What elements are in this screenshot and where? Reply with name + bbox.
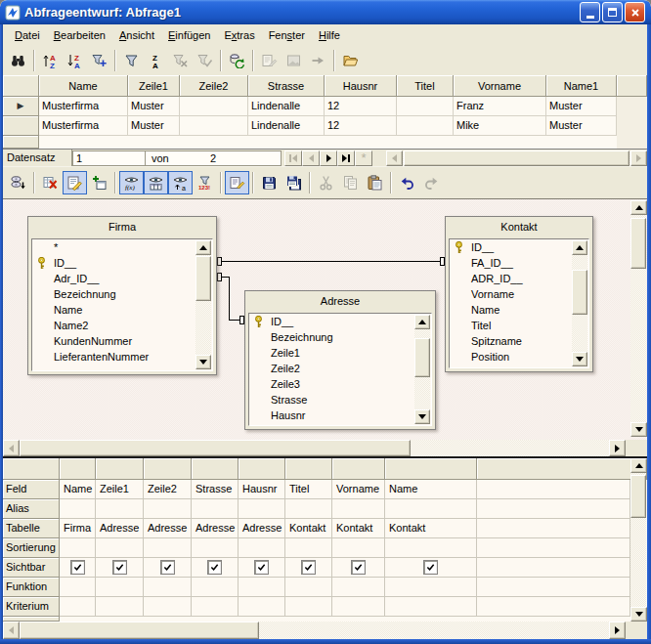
scroll-up-icon[interactable] <box>630 458 647 473</box>
grid-cell[interactable]: Name <box>385 480 477 499</box>
column-header-name[interactable]: Name <box>39 75 128 97</box>
table-box-firma[interactable]: Firma*ID__Adr_ID__BezeichnungNameName2Ku… <box>27 216 217 375</box>
table-cell[interactable]: Musterfirma <box>39 116 128 136</box>
database-refresh-button[interactable] <box>225 49 249 72</box>
table-cell[interactable] <box>180 97 248 116</box>
grid-cell[interactable] <box>144 597 192 617</box>
field-item[interactable]: Zeile2 <box>249 361 431 376</box>
scroll-thumb[interactable] <box>414 338 430 377</box>
scroll-up-icon[interactable] <box>630 200 647 215</box>
grid-cell[interactable] <box>332 499 385 519</box>
field-item[interactable]: ID__ <box>32 255 212 271</box>
field-item[interactable]: Spitzname <box>450 333 588 349</box>
scroll-right-icon[interactable] <box>630 150 647 166</box>
scroll-thumb[interactable] <box>630 475 646 518</box>
grid-cell[interactable]: Kontakt <box>285 519 332 538</box>
table-cell[interactable]: Muster <box>546 116 617 136</box>
scroll-down-icon[interactable] <box>630 607 647 622</box>
scroll-left-icon[interactable] <box>386 150 403 166</box>
grid-cell[interactable] <box>239 558 285 578</box>
field-item[interactable]: Position <box>450 349 588 365</box>
funnel-plus-button[interactable] <box>87 49 111 72</box>
grid-cell[interactable]: Adresse <box>239 519 285 538</box>
table-cell[interactable]: 12 <box>325 116 397 136</box>
last-record-button[interactable] <box>337 150 355 166</box>
column-header-hausnr[interactable]: Hausnr <box>325 75 397 97</box>
grid-cell[interactable] <box>192 578 239 597</box>
field-item[interactable]: ID__ <box>450 239 588 255</box>
table-cell[interactable] <box>180 116 248 136</box>
grid-cell[interactable] <box>385 558 477 578</box>
grid-cell[interactable] <box>239 597 285 617</box>
sort-az-ascending-button[interactable]: AZ <box>38 49 63 72</box>
column-header-titel[interactable]: Titel <box>397 75 454 97</box>
grid-cell[interactable]: Adresse <box>144 519 192 538</box>
grid-cell[interactable] <box>144 499 192 519</box>
field-item[interactable]: Zeile3 <box>249 376 431 392</box>
table-cell[interactable]: Muster <box>546 97 617 116</box>
grid-cell[interactable]: Titel <box>285 480 332 499</box>
column-selector[interactable] <box>60 458 96 480</box>
scroll-left-icon[interactable] <box>3 622 20 639</box>
field-item[interactable]: KundenNummer <box>32 333 212 349</box>
scroll-up-icon[interactable] <box>195 240 211 255</box>
scroll-thumb[interactable] <box>20 622 259 639</box>
field-item[interactable]: Hausnr <box>249 408 431 423</box>
eye-sort-button[interactable]: a <box>168 171 193 194</box>
grid-cell[interactable] <box>332 597 385 617</box>
field-item[interactable]: Vorname <box>450 286 588 302</box>
scroll-thumb[interactable] <box>572 270 587 315</box>
scroll-thumb[interactable] <box>195 256 211 301</box>
row-selector[interactable] <box>3 136 39 149</box>
funnel-values-button[interactable]: 123! <box>193 171 217 194</box>
column-selector[interactable] <box>192 458 239 480</box>
minimize-button[interactable] <box>580 2 600 22</box>
grid-cell[interactable] <box>285 578 332 597</box>
grid-cell[interactable] <box>332 538 385 558</box>
grid-cell[interactable] <box>285 499 332 519</box>
field-item[interactable]: * <box>32 239 212 255</box>
grid-cell[interactable] <box>239 538 285 558</box>
scroll-thumb[interactable] <box>20 440 411 456</box>
form-pencil-edit-button[interactable] <box>225 171 249 194</box>
grid-cell[interactable] <box>192 499 239 519</box>
sichtbar-checkbox[interactable] <box>301 560 316 575</box>
table-cell[interactable]: Muster <box>128 116 180 136</box>
field-item[interactable]: Zeile1 <box>249 345 431 361</box>
sort-za-letters-button[interactable]: ZA <box>144 49 168 72</box>
grid-cell[interactable]: Firma <box>60 519 96 538</box>
sichtbar-checkbox[interactable] <box>351 560 366 575</box>
grid-cell[interactable] <box>239 499 285 519</box>
row-selector[interactable] <box>3 116 39 136</box>
next-record-button[interactable] <box>320 150 337 166</box>
grid-cell[interactable]: Vorname <box>332 480 385 499</box>
scroll-track[interactable] <box>195 255 211 355</box>
grid-cell[interactable]: Adresse <box>96 519 144 538</box>
menu-item-extras[interactable]: Extras <box>217 26 261 44</box>
grid-cell[interactable]: Hausnr <box>239 480 285 499</box>
sichtbar-checkbox[interactable] <box>112 560 127 575</box>
grid-cell[interactable] <box>60 499 96 519</box>
grid-cell[interactable] <box>332 578 385 597</box>
grid-cell[interactable] <box>385 499 477 519</box>
grid-cell[interactable] <box>385 578 477 597</box>
maximize-button[interactable] <box>602 2 623 22</box>
grid-cell[interactable] <box>96 597 144 617</box>
database-arrow-down-button[interactable] <box>6 171 30 194</box>
table-vscrollbar[interactable] <box>414 315 430 424</box>
field-item[interactable]: ADR_ID__ <box>450 271 588 286</box>
join-line-firma-adresse[interactable] <box>229 277 230 321</box>
scroll-down-icon[interactable] <box>195 355 211 369</box>
scroll-right-icon[interactable] <box>609 622 626 639</box>
table-vscrollbar[interactable] <box>572 240 587 366</box>
scroll-down-icon[interactable] <box>572 352 587 366</box>
sichtbar-checkbox[interactable] <box>70 560 85 575</box>
diagram-vscrollbar[interactable] <box>630 200 647 437</box>
grid-cell[interactable]: Kontakt <box>332 519 385 538</box>
grid-cell[interactable] <box>192 597 239 617</box>
grid-cell[interactable] <box>285 538 332 558</box>
close-button[interactable] <box>625 2 645 22</box>
table-cell[interactable]: Lindenalle <box>248 116 325 136</box>
save-button[interactable] <box>257 171 282 194</box>
grid-cell[interactable]: Strasse <box>192 480 239 499</box>
